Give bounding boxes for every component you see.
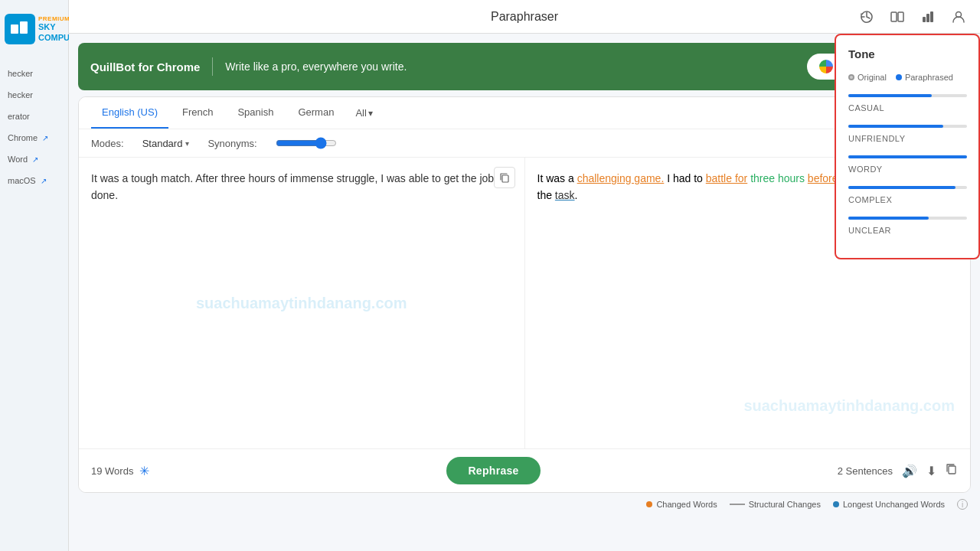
- tone-name: COMPLEX: [848, 195, 966, 204]
- word-count-value: 19 Words: [91, 465, 133, 477]
- tab-german[interactable]: German: [287, 97, 345, 129]
- paraphrased-label: Paraphrased: [905, 73, 953, 82]
- mode-chevron-icon: ▾: [185, 139, 189, 148]
- unchanged-words-dot: [833, 501, 839, 507]
- top-bar-icons: [858, 8, 968, 26]
- synonyms-slider[interactable]: [276, 137, 337, 149]
- modes-label: Modes:: [91, 138, 124, 149]
- tone-title: Tone: [848, 47, 966, 60]
- svg-rect-7: [926, 14, 929, 22]
- tone-row-casual: CASUAL: [848, 93, 966, 112]
- top-bar: Paraphraser: [69, 0, 980, 34]
- chrome-logo-icon: [819, 60, 833, 73]
- output-icons: 🔊 ⬇: [902, 463, 958, 478]
- watermark-right: suachuamaytinhdanang.com: [743, 393, 955, 418]
- user-icon[interactable]: [949, 8, 968, 26]
- svg-rect-10: [502, 175, 508, 182]
- svg-rect-5: [898, 12, 903, 21]
- svg-rect-8: [930, 11, 933, 22]
- tone-name: WORDY: [848, 165, 966, 174]
- unchanged-words-label: Longest Unchanged Words: [843, 500, 945, 509]
- sentence-count-value: 2 Sentences: [838, 465, 893, 477]
- external-link-icon: ↗: [41, 177, 47, 185]
- chevron-down-icon: ▾: [368, 108, 373, 119]
- changed-word: challenging game.: [577, 172, 665, 184]
- input-editor[interactable]: suachuamaytinhdanang.com It was a tough …: [79, 158, 525, 448]
- input-text: It was a tough match. After three hours …: [91, 172, 494, 201]
- tone-name: UNFRIENDLY: [848, 134, 966, 143]
- info-icon[interactable]: i: [957, 499, 968, 510]
- original-dot: [848, 74, 854, 80]
- mode-selector[interactable]: Standard ▾: [142, 138, 190, 149]
- sidebar-item-label: erator: [8, 112, 30, 121]
- app-logo-icon: [5, 14, 35, 44]
- unchanged-underline-word: task: [555, 189, 575, 201]
- tone-legend-original: Original: [848, 73, 887, 82]
- tone-row-wordy: WORDY: [848, 154, 966, 174]
- tone-legend: Original Paraphrased: [848, 73, 966, 82]
- changed-word: battle for: [706, 172, 747, 184]
- banner-title: QuillBot for Chrome: [90, 60, 200, 73]
- legend-unchanged-words: Longest Unchanged Words: [833, 500, 945, 509]
- sentence-count: 2 Sentences 🔊 ⬇: [838, 463, 958, 478]
- sidebar-item-macos[interactable]: macOS ↗: [0, 171, 68, 190]
- sidebar-item-word[interactable]: Word ↗: [0, 150, 68, 168]
- tab-english[interactable]: English (US): [91, 97, 168, 129]
- bottom-bar: 19 Words ✳ Rephrase 2 Sentences 🔊 ⬇: [79, 448, 970, 492]
- chart-icon[interactable]: [919, 8, 937, 26]
- changed-words-dot: [646, 501, 652, 507]
- sidebar-logo: PREMIUM SKY COMPUTER: [0, 8, 68, 51]
- tab-french[interactable]: French: [172, 97, 224, 129]
- download-icon[interactable]: ⬇: [926, 464, 936, 478]
- svg-rect-6: [923, 17, 926, 22]
- svg-rect-0: [11, 24, 18, 34]
- tone-legend-paraphrased: Paraphrased: [896, 73, 953, 82]
- svg-rect-3: [21, 34, 26, 35]
- svg-rect-4: [891, 12, 897, 21]
- tone-panel: Tone Original Paraphrased CASUAL UNFRIEN…: [835, 34, 980, 259]
- tab-spanish[interactable]: Spanish: [227, 97, 284, 129]
- sidebar-item-chrome[interactable]: Chrome ↗: [0, 129, 68, 147]
- freeze-icon[interactable]: ✳: [139, 464, 149, 478]
- banner-divider: [212, 57, 213, 76]
- paraphrased-dot: [896, 74, 902, 80]
- legend-changed-words: Changed Words: [646, 500, 717, 509]
- tab-all-languages[interactable]: All ▾: [348, 98, 380, 128]
- sidebar-item-erator[interactable]: erator: [0, 107, 68, 126]
- sidebar-item-label: hecker: [8, 69, 33, 78]
- tone-row-complex: COMPLEX: [848, 184, 966, 204]
- speaker-icon[interactable]: 🔊: [902, 464, 917, 478]
- rephrase-button[interactable]: Rephrase: [446, 457, 540, 484]
- copy-output-icon[interactable]: [946, 463, 958, 478]
- sidebar-item-checker2[interactable]: hecker: [0, 86, 68, 104]
- tone-name: CASUAL: [848, 103, 966, 112]
- external-link-icon: ↗: [32, 155, 38, 164]
- sidebar-item-label: hecker: [8, 90, 33, 99]
- word-count: 19 Words ✳: [91, 464, 149, 478]
- sidebar-item-label: Chrome: [8, 133, 38, 142]
- mode-value: Standard: [142, 138, 183, 149]
- structural-label: Structural Changes: [749, 500, 821, 509]
- sidebar-nav: hecker hecker erator Chrome ↗ Word ↗ mac…: [0, 58, 68, 196]
- sidebar-item-label: macOS: [8, 176, 36, 185]
- tone-row-unclear: UNCLEAR: [848, 215, 966, 235]
- watermark-left: suachuamaytinhdanang.com: [196, 291, 407, 315]
- tone-rows: CASUAL UNFRIENDLY WORDY COMPLEX UNCLEAR: [848, 93, 966, 235]
- sidebar-item-checker1[interactable]: hecker: [0, 64, 68, 83]
- legend-structural: Structural Changes: [730, 500, 821, 509]
- sidebar-item-label: Word: [8, 155, 28, 164]
- structural-line: [730, 504, 745, 505]
- svg-rect-11: [949, 466, 956, 474]
- synonyms-label: Synonyms:: [207, 138, 256, 149]
- compare-icon[interactable]: [888, 8, 906, 26]
- tone-row-unfriendly: UNFRIENDLY: [848, 123, 966, 143]
- banner-text: Write like a pro, everywhere you write.: [225, 60, 806, 73]
- sidebar: PREMIUM SKY COMPUTER hecker hecker erato…: [0, 0, 69, 551]
- history-icon[interactable]: [858, 8, 876, 26]
- tone-name: UNCLEAR: [848, 226, 966, 235]
- legend-bar: Changed Words Structural Changes Longest…: [69, 493, 980, 516]
- original-label: Original: [858, 73, 887, 82]
- copy-input-button[interactable]: [494, 167, 515, 188]
- unchanged-word: three hours: [750, 172, 805, 184]
- svg-rect-1: [20, 21, 28, 34]
